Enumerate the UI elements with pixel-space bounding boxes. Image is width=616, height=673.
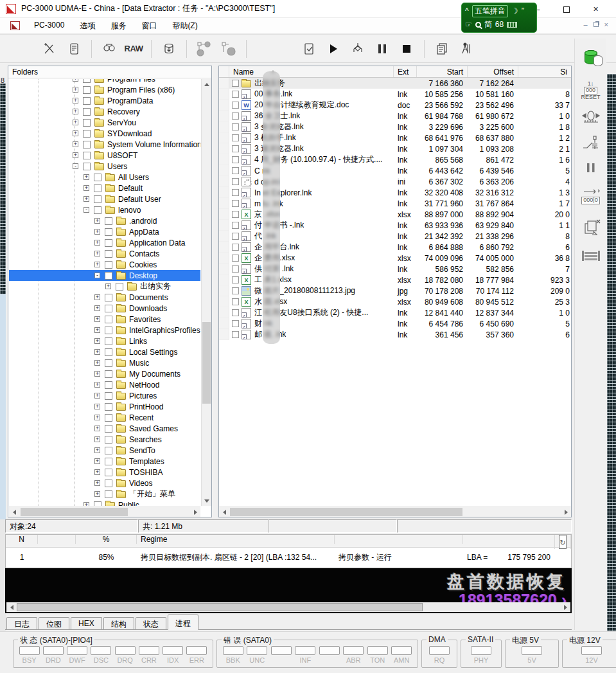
scrollbar-thumb[interactable] <box>21 508 128 516</box>
tree-expander-icon[interactable]: + <box>105 283 111 289</box>
reset-counter-button[interactable]: 1↓ 000 RESET <box>579 81 603 100</box>
tree-item[interactable]: +Public <box>9 499 200 506</box>
tree-checkbox[interactable] <box>105 436 112 444</box>
search-button[interactable] <box>98 38 120 60</box>
tree-item[interactable]: +.android <box>9 215 200 226</box>
tree-expander-icon[interactable]: + <box>94 262 100 267</box>
file-name-cell[interactable]: 20 年会计继续教育规定.doc <box>229 100 394 111</box>
tree-item[interactable]: +出纳实务 <box>9 281 200 292</box>
scroll-down-arrow[interactable] <box>202 496 212 506</box>
tree-checkbox[interactable] <box>105 348 112 356</box>
tree-item[interactable]: +Contacts <box>9 248 200 259</box>
file-name-cell[interactable]: 企 费用.xlsx <box>229 253 394 264</box>
file-name-cell[interactable]: 代 .lnk <box>229 231 394 242</box>
tree-item[interactable]: +SendTo <box>9 445 200 456</box>
tree-checkbox[interactable] <box>83 108 91 116</box>
file-name-cell[interactable]: 工 表1.xlsx <box>229 274 394 285</box>
sector-counter-button[interactable]: 000|0 <box>579 189 603 204</box>
file-name-cell[interactable]: 4 用_财务 (10.100.97.4) - 快捷方式.... <box>229 154 394 165</box>
tree-item[interactable]: +Links <box>9 336 200 346</box>
tree-checkbox[interactable] <box>105 490 112 498</box>
tree-expander-icon[interactable]: + <box>94 229 100 235</box>
tree-checkbox[interactable] <box>94 501 101 507</box>
file-checkbox[interactable] <box>232 80 239 87</box>
tree-checkbox[interactable] <box>105 447 112 454</box>
copy-sectors-button[interactable] <box>431 38 453 60</box>
scroll-up-arrow[interactable] <box>202 79 212 89</box>
tree-checkbox[interactable] <box>105 458 112 465</box>
tree-item[interactable]: +IntelGraphicsProfiles <box>9 325 200 336</box>
file-checkbox[interactable] <box>232 298 239 305</box>
tree-expander-icon[interactable]: + <box>94 349 100 355</box>
tree-checkbox[interactable] <box>105 261 112 269</box>
tree-expander-icon[interactable]: + <box>94 436 100 442</box>
tree-checkbox[interactable] <box>105 272 112 280</box>
tree-checkbox[interactable] <box>105 294 112 301</box>
file-name-cell[interactable]: 3 速浏览器.lnk <box>229 143 394 154</box>
ime-keyboard-icon[interactable] <box>507 22 517 28</box>
tab-位图[interactable]: 位图 <box>39 617 69 629</box>
file-checkbox[interactable] <box>232 287 239 294</box>
folders-vertical-scrollbar[interactable] <box>201 79 211 506</box>
tools-button[interactable] <box>39 38 60 60</box>
row-selector-cell[interactable] <box>219 296 229 307</box>
tree-expander-icon[interactable]: - <box>84 207 89 213</box>
file-checkbox[interactable] <box>232 156 239 163</box>
tree-checkbox[interactable] <box>83 119 91 127</box>
mdi-minimize-button[interactable]: – <box>583 21 587 28</box>
row-selector-cell[interactable] <box>219 285 229 296</box>
file-checkbox[interactable] <box>232 200 239 207</box>
file-name-cell[interactable]: 付 申请书 -.lnk <box>229 220 394 231</box>
tree-checkbox[interactable] <box>105 425 112 433</box>
row-selector-cell[interactable] <box>219 318 229 329</box>
tree-checkbox[interactable] <box>105 217 112 225</box>
row-selector-cell[interactable] <box>219 111 229 121</box>
ime-search-icon[interactable] <box>475 22 481 28</box>
tree-expander-icon[interactable]: + <box>94 338 100 344</box>
tree-item[interactable]: -Users <box>9 161 200 172</box>
file-name-cell[interactable]: m lu .lnk <box>229 199 394 208</box>
tree-item[interactable]: +System Volume Information <box>9 139 200 150</box>
tree-item[interactable]: +Videos <box>9 478 200 489</box>
file-checkbox[interactable] <box>232 255 239 262</box>
file-name-cell[interactable]: d op.ini <box>229 177 394 186</box>
file-checkbox[interactable] <box>232 233 239 240</box>
row-selector-cell[interactable] <box>219 231 229 242</box>
tree-item[interactable]: +NetHood <box>9 379 200 390</box>
row-selector-cell[interactable] <box>219 274 229 285</box>
file-name-cell[interactable]: 出纳实务 <box>229 78 394 89</box>
tree-expander-icon[interactable]: + <box>84 185 89 191</box>
row-selector-cell[interactable] <box>219 132 229 143</box>
tree-item[interactable]: +Downloads <box>9 303 200 314</box>
tree-checkbox[interactable] <box>83 130 91 138</box>
map-load-button[interactable] <box>218 38 240 60</box>
file-checkbox[interactable] <box>232 211 239 218</box>
mdi-close-button[interactable]: × <box>604 21 608 28</box>
folders-horizontal-scrollbar[interactable] <box>9 507 200 517</box>
file-name-cell[interactable]: 供 结算 .lnk <box>229 264 394 274</box>
file-checkbox[interactable] <box>232 178 239 185</box>
mdi-restore-button[interactable] <box>594 22 599 27</box>
connector-button[interactable] <box>579 249 603 262</box>
tree-item[interactable]: -Desktop <box>9 270 200 281</box>
tree-checkbox[interactable] <box>94 174 101 181</box>
tree-item[interactable]: +ProgramData <box>9 95 200 106</box>
tree-checkbox[interactable] <box>83 141 91 148</box>
tree-item[interactable]: +Application Data <box>9 237 200 248</box>
tab-日志[interactable]: 日志 <box>6 617 37 629</box>
tree-expander-icon[interactable]: + <box>73 152 78 158</box>
tree-expander-icon[interactable]: + <box>94 458 100 464</box>
file-name-cell[interactable]: 36 全卫士.lnk <box>229 111 394 121</box>
tree-expander-icon[interactable]: + <box>94 491 100 497</box>
scrollbar-thumb[interactable] <box>202 322 211 403</box>
pause-button[interactable] <box>371 38 393 60</box>
file-name-cell[interactable]: 00 事务.lnk <box>229 89 394 100</box>
file-checkbox[interactable] <box>232 102 239 109</box>
file-checkbox[interactable] <box>232 320 239 327</box>
tree-expander-icon[interactable]: + <box>84 174 89 180</box>
row-selector-cell[interactable] <box>219 154 229 165</box>
tree-expander-icon[interactable]: + <box>84 196 89 202</box>
row-selector-cell[interactable] <box>219 176 229 187</box>
task-open-button[interactable] <box>298 38 320 60</box>
row-selector-cell[interactable] <box>219 307 229 318</box>
